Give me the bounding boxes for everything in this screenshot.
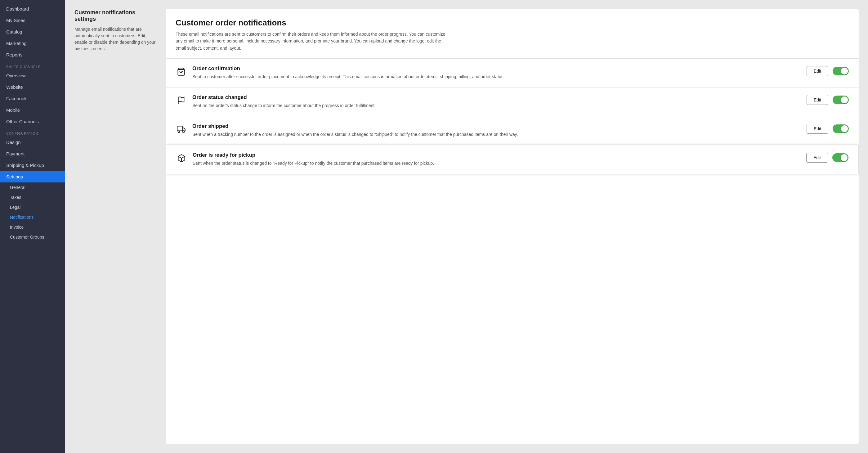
- sidebar-item-my-sales[interactable]: My Sales: [0, 14, 65, 26]
- notification-row-order-status-changed: Order status changed Sent on the order's…: [166, 88, 859, 116]
- sidebar-item-reports[interactable]: Reports: [0, 49, 65, 61]
- sidebar-item-website[interactable]: Website: [0, 81, 65, 93]
- sidebar-sub-item-customer-groups[interactable]: Customer Groups: [0, 232, 65, 242]
- sidebar-item-marketing[interactable]: Marketing: [0, 37, 65, 49]
- sidebar-item-overview[interactable]: Overview: [0, 70, 65, 81]
- sidebar-sub-item-invoice[interactable]: Invoice: [0, 222, 65, 232]
- svg-rect-2: [177, 126, 183, 131]
- sidebar-item-mobile[interactable]: Mobile: [0, 104, 65, 116]
- sidebar-sub-item-notifications[interactable]: Notifications: [0, 212, 65, 222]
- sidebar-item-shipping[interactable]: Shipping & Pickup: [0, 159, 65, 171]
- sidebar-item-dashboard[interactable]: Dashboard: [0, 3, 65, 14]
- notification-desc-order-status-changed: Sent on the order's status change to inf…: [192, 102, 801, 109]
- sidebar-item-facebook[interactable]: Facebook: [0, 93, 65, 104]
- left-panel-title: Customer notifications settings: [74, 9, 158, 22]
- notification-row-order-shipped: Order shipped Sent when a tracking numbe…: [166, 116, 859, 145]
- notification-actions-order-ready-pickup: Edit: [806, 152, 848, 162]
- svg-point-4: [178, 131, 180, 132]
- notification-body-order-status-changed: Order status changed Sent on the order's…: [192, 94, 801, 109]
- toggle-order-confirmation[interactable]: [833, 67, 849, 76]
- left-panel: Customer notifications settings Manage e…: [74, 9, 158, 444]
- sidebar-item-payment[interactable]: Payment: [0, 148, 65, 159]
- sidebar-sub-item-general[interactable]: General: [0, 182, 65, 192]
- notification-actions-order-status-changed: Edit: [807, 94, 849, 105]
- sales-channels-label: Sales channels: [0, 61, 65, 70]
- notification-title-order-ready-pickup: Order is ready for pickup: [193, 152, 801, 158]
- truck-icon: [176, 124, 187, 135]
- notification-title-order-shipped: Order shipped: [192, 123, 801, 129]
- notification-row-order-ready-pickup: Order is ready for pickup Sent when the …: [166, 145, 859, 174]
- toggle-order-shipped[interactable]: [833, 124, 849, 133]
- notification-main-title: Customer order notifications: [176, 18, 849, 28]
- toggle-order-ready-pickup[interactable]: [832, 153, 848, 162]
- sidebar-sub-item-taxes[interactable]: Taxes: [0, 192, 65, 202]
- sidebar: Dashboard My Sales Catalog Marketing Rep…: [0, 0, 65, 453]
- notification-title-order-status-changed: Order status changed: [192, 94, 801, 100]
- notification-body-order-confirmation: Order confirmation Sent to customer afte…: [192, 65, 801, 80]
- sidebar-sub-item-legal[interactable]: Legal: [0, 202, 65, 212]
- edit-button-order-ready-pickup[interactable]: Edit: [806, 153, 828, 162]
- notification-row-order-confirmation: Order confirmation Sent to customer afte…: [166, 59, 859, 88]
- notification-desc-order-ready-pickup: Sent when the order status is changed to…: [193, 160, 801, 167]
- left-panel-description: Manage email notifications that are auto…: [74, 26, 158, 52]
- configuration-label: Configuration: [0, 127, 65, 137]
- notification-title-order-confirmation: Order confirmation: [192, 65, 801, 72]
- sidebar-item-design[interactable]: Design: [0, 137, 65, 148]
- notification-header: Customer order notifications These email…: [166, 9, 859, 59]
- notification-desc-order-shipped: Sent when a tracking number to the order…: [192, 131, 801, 138]
- sidebar-item-other-channels[interactable]: Other Channels: [0, 116, 65, 127]
- sidebar-item-catalog[interactable]: Catalog: [0, 26, 65, 37]
- box-icon: [176, 153, 187, 164]
- notification-main-description: These email notifications are sent to cu…: [176, 31, 448, 52]
- svg-marker-3: [183, 128, 185, 131]
- sidebar-item-settings[interactable]: Settings: [0, 171, 65, 182]
- svg-point-5: [183, 131, 185, 132]
- notification-actions-order-shipped: Edit: [807, 123, 849, 134]
- notification-body-order-ready-pickup: Order is ready for pickup Sent when the …: [193, 152, 801, 167]
- main-content: Customer notifications settings Manage e…: [65, 0, 868, 453]
- flag-icon: [176, 95, 187, 106]
- notification-actions-order-confirmation: Edit: [807, 65, 849, 76]
- edit-button-order-shipped[interactable]: Edit: [807, 124, 828, 134]
- toggle-order-status-changed[interactable]: [833, 96, 849, 104]
- edit-button-order-confirmation[interactable]: Edit: [807, 66, 828, 76]
- edit-button-order-status-changed[interactable]: Edit: [807, 95, 828, 105]
- notification-desc-order-confirmation: Sent to customer after successful order …: [192, 73, 801, 80]
- right-panel: Customer order notifications These email…: [166, 9, 859, 444]
- bag-check-icon: [176, 66, 187, 77]
- notification-body-order-shipped: Order shipped Sent when a tracking numbe…: [192, 123, 801, 138]
